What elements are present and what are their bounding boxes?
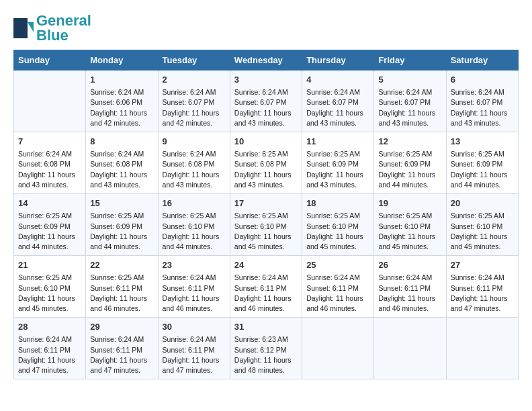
week-row-3: 14Sunrise: 6:25 AM Sunset: 6:09 PM Dayli…: [14, 194, 519, 256]
calendar-cell: 2Sunrise: 6:24 AM Sunset: 6:07 PM Daylig…: [158, 71, 230, 132]
calendar-cell: 30Sunrise: 6:24 AM Sunset: 6:11 PM Dayli…: [158, 318, 230, 379]
day-info: Sunrise: 6:25 AM Sunset: 6:09 PM Dayligh…: [378, 149, 441, 190]
day-number: 22: [90, 259, 153, 271]
day-number: 14: [18, 197, 81, 210]
day-info: Sunrise: 6:24 AM Sunset: 6:06 PM Dayligh…: [90, 87, 153, 128]
calendar-cell: 1Sunrise: 6:24 AM Sunset: 6:06 PM Daylig…: [86, 71, 158, 132]
calendar-cell: 31Sunrise: 6:23 AM Sunset: 6:12 PM Dayli…: [230, 318, 302, 379]
calendar-cell: 29Sunrise: 6:24 AM Sunset: 6:11 PM Dayli…: [86, 318, 158, 379]
day-number: 8: [90, 136, 153, 148]
calendar-cell: 10Sunrise: 6:25 AM Sunset: 6:08 PM Dayli…: [230, 132, 302, 194]
day-number: 11: [306, 136, 369, 148]
day-info: Sunrise: 6:25 AM Sunset: 6:09 PM Dayligh…: [306, 149, 369, 190]
day-number: 5: [378, 74, 441, 86]
weekday-header-tuesday: Tuesday: [158, 50, 230, 71]
day-info: Sunrise: 6:23 AM Sunset: 6:12 PM Dayligh…: [234, 334, 298, 375]
day-info: Sunrise: 6:24 AM Sunset: 6:07 PM Dayligh…: [234, 87, 298, 128]
day-info: Sunrise: 6:24 AM Sunset: 6:08 PM Dayligh…: [90, 149, 153, 190]
calendar-cell: 25Sunrise: 6:24 AM Sunset: 6:11 PM Dayli…: [302, 256, 374, 318]
svg-rect-1: [13, 18, 28, 38]
day-info: Sunrise: 6:24 AM Sunset: 6:07 PM Dayligh…: [306, 87, 369, 128]
day-info: Sunrise: 6:25 AM Sunset: 6:09 PM Dayligh…: [451, 149, 514, 190]
day-number: 4: [306, 74, 369, 86]
calendar-cell: 24Sunrise: 6:24 AM Sunset: 6:11 PM Dayli…: [230, 256, 302, 318]
day-info: Sunrise: 6:24 AM Sunset: 6:11 PM Dayligh…: [234, 273, 298, 314]
calendar-cell: 16Sunrise: 6:25 AM Sunset: 6:10 PM Dayli…: [158, 194, 230, 256]
day-info: Sunrise: 6:24 AM Sunset: 6:11 PM Dayligh…: [18, 334, 81, 375]
day-number: 21: [18, 259, 81, 271]
day-info: Sunrise: 6:24 AM Sunset: 6:08 PM Dayligh…: [163, 149, 226, 190]
calendar-cell: 22Sunrise: 6:25 AM Sunset: 6:11 PM Dayli…: [86, 256, 158, 318]
day-number: 23: [163, 259, 226, 271]
calendar-cell: 11Sunrise: 6:25 AM Sunset: 6:09 PM Dayli…: [302, 132, 374, 194]
day-info: Sunrise: 6:25 AM Sunset: 6:09 PM Dayligh…: [90, 211, 153, 252]
day-info: Sunrise: 6:24 AM Sunset: 6:11 PM Dayligh…: [378, 273, 441, 314]
day-number: 13: [451, 136, 514, 148]
day-number: 7: [18, 136, 81, 148]
calendar-cell: [302, 318, 374, 379]
calendar-cell: 15Sunrise: 6:25 AM Sunset: 6:09 PM Dayli…: [86, 194, 158, 256]
day-number: 6: [451, 74, 514, 86]
calendar-cell: 9Sunrise: 6:24 AM Sunset: 6:08 PM Daylig…: [158, 132, 230, 194]
weekday-header-sunday: Sunday: [14, 50, 86, 71]
day-info: Sunrise: 6:24 AM Sunset: 6:07 PM Dayligh…: [163, 87, 226, 128]
day-info: Sunrise: 6:25 AM Sunset: 6:11 PM Dayligh…: [90, 273, 153, 314]
day-info: Sunrise: 6:24 AM Sunset: 6:11 PM Dayligh…: [163, 273, 226, 314]
weekday-header-row: SundayMondayTuesdayWednesdayThursdayFrid…: [14, 50, 519, 71]
day-number: 1: [90, 74, 153, 86]
day-info: Sunrise: 6:24 AM Sunset: 6:07 PM Dayligh…: [451, 87, 514, 128]
day-info: Sunrise: 6:25 AM Sunset: 6:10 PM Dayligh…: [163, 211, 226, 252]
calendar-cell: 28Sunrise: 6:24 AM Sunset: 6:11 PM Dayli…: [14, 318, 86, 379]
day-info: Sunrise: 6:25 AM Sunset: 6:10 PM Dayligh…: [234, 211, 298, 252]
day-number: 18: [306, 197, 369, 210]
page-header: GeneralBlue: [13, 13, 519, 43]
day-number: 9: [163, 136, 226, 148]
calendar-cell: 26Sunrise: 6:24 AM Sunset: 6:11 PM Dayli…: [374, 256, 446, 318]
calendar-cell: 4Sunrise: 6:24 AM Sunset: 6:07 PM Daylig…: [302, 71, 374, 132]
svg-marker-0: [28, 22, 34, 32]
calendar-cell: 21Sunrise: 6:25 AM Sunset: 6:10 PM Dayli…: [14, 256, 86, 318]
day-number: 28: [18, 321, 81, 333]
day-number: 19: [378, 197, 441, 210]
calendar-cell: 8Sunrise: 6:24 AM Sunset: 6:08 PM Daylig…: [86, 132, 158, 194]
calendar-cell: [446, 318, 518, 379]
day-number: 24: [234, 259, 298, 271]
weekday-header-wednesday: Wednesday: [230, 50, 302, 71]
logo: GeneralBlue: [13, 13, 91, 43]
day-number: 10: [234, 136, 298, 148]
calendar-cell: 5Sunrise: 6:24 AM Sunset: 6:07 PM Daylig…: [374, 71, 446, 132]
calendar-cell: 20Sunrise: 6:25 AM Sunset: 6:10 PM Dayli…: [446, 194, 518, 256]
calendar-cell: 18Sunrise: 6:25 AM Sunset: 6:10 PM Dayli…: [302, 194, 374, 256]
calendar-cell: 7Sunrise: 6:24 AM Sunset: 6:08 PM Daylig…: [14, 132, 86, 194]
calendar-cell: 27Sunrise: 6:24 AM Sunset: 6:11 PM Dayli…: [446, 256, 518, 318]
day-number: 2: [163, 74, 226, 86]
calendar-cell: 12Sunrise: 6:25 AM Sunset: 6:09 PM Dayli…: [374, 132, 446, 194]
day-info: Sunrise: 6:24 AM Sunset: 6:11 PM Dayligh…: [163, 334, 226, 375]
calendar-cell: 13Sunrise: 6:25 AM Sunset: 6:09 PM Dayli…: [446, 132, 518, 194]
day-number: 16: [163, 197, 226, 210]
day-number: 26: [378, 259, 441, 271]
day-info: Sunrise: 6:24 AM Sunset: 6:11 PM Dayligh…: [451, 273, 514, 314]
day-info: Sunrise: 6:24 AM Sunset: 6:11 PM Dayligh…: [306, 273, 369, 314]
weekday-header-friday: Friday: [374, 50, 446, 71]
day-info: Sunrise: 6:25 AM Sunset: 6:10 PM Dayligh…: [18, 273, 81, 314]
week-row-4: 21Sunrise: 6:25 AM Sunset: 6:10 PM Dayli…: [14, 256, 519, 318]
calendar-cell: 3Sunrise: 6:24 AM Sunset: 6:07 PM Daylig…: [230, 71, 302, 132]
calendar-cell: 14Sunrise: 6:25 AM Sunset: 6:09 PM Dayli…: [14, 194, 86, 256]
day-number: 29: [90, 321, 153, 333]
weekday-header-thursday: Thursday: [302, 50, 374, 71]
day-info: Sunrise: 6:25 AM Sunset: 6:10 PM Dayligh…: [451, 211, 514, 252]
calendar-cell: [14, 71, 86, 132]
logo-text: GeneralBlue: [36, 13, 91, 43]
week-row-2: 7Sunrise: 6:24 AM Sunset: 6:08 PM Daylig…: [14, 132, 519, 194]
week-row-1: 1Sunrise: 6:24 AM Sunset: 6:06 PM Daylig…: [14, 71, 519, 132]
day-number: 12: [378, 136, 441, 148]
day-info: Sunrise: 6:24 AM Sunset: 6:11 PM Dayligh…: [90, 334, 153, 375]
day-info: Sunrise: 6:24 AM Sunset: 6:08 PM Dayligh…: [18, 149, 81, 190]
day-info: Sunrise: 6:25 AM Sunset: 6:10 PM Dayligh…: [306, 211, 369, 252]
week-row-5: 28Sunrise: 6:24 AM Sunset: 6:11 PM Dayli…: [14, 318, 519, 379]
day-number: 31: [234, 321, 298, 333]
day-number: 17: [234, 197, 298, 210]
calendar-table: SundayMondayTuesdayWednesdayThursdayFrid…: [13, 50, 519, 379]
weekday-header-saturday: Saturday: [446, 50, 518, 71]
